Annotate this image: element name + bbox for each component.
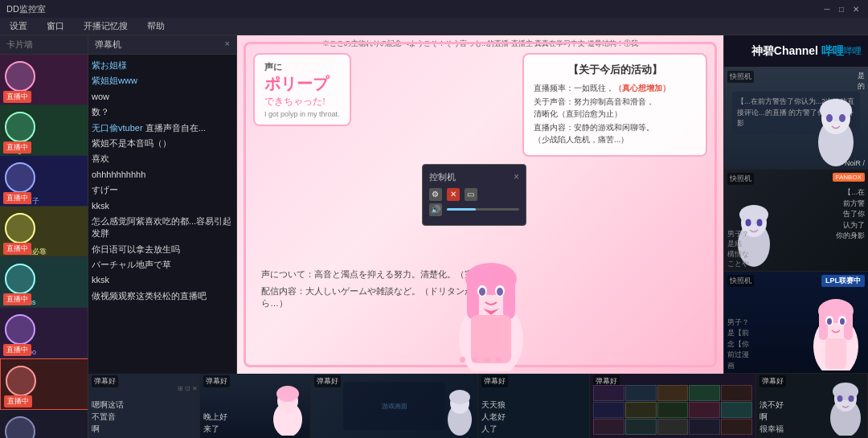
menu-settings[interactable]: 设置 bbox=[6, 18, 31, 34]
minimize-icon[interactable]: ▭ bbox=[465, 188, 477, 201]
b1-text: 嗯啊这话不置音啊 bbox=[92, 399, 124, 435]
sidebar: 卡片墙 YUKIr... 直播中 果汁grR 直播中 花洛果栗 bbox=[0, 35, 88, 438]
menu-stream[interactable]: 开播记忆搜 bbox=[80, 18, 131, 34]
rs1-name: NoiR / bbox=[845, 159, 865, 167]
svg-point-41 bbox=[849, 395, 854, 402]
live-badge-6: 直播中 bbox=[4, 395, 32, 407]
svg-rect-3 bbox=[467, 279, 479, 319]
maximize-button[interactable]: □ bbox=[836, 3, 847, 14]
svg-rect-30 bbox=[825, 338, 846, 369]
stream-title-box: 声に ポリープ できちゃった! I got polyp in my throat… bbox=[253, 53, 351, 126]
b2-character bbox=[270, 383, 306, 438]
rs2-side-chat: 男子？是結構情なことや bbox=[727, 229, 749, 269]
svg-point-15 bbox=[839, 114, 845, 122]
stream-title-main: ポリープ bbox=[264, 73, 340, 95]
svg-rect-25 bbox=[844, 311, 853, 340]
rs3-character bbox=[808, 290, 864, 373]
menu-bar: 设置 窗口 开播记忆搜 帮助 bbox=[0, 18, 868, 35]
right-stream-2[interactable]: 快照机 FANBOX 【...在前方警告了你认为了你的身影 bbox=[724, 170, 868, 272]
bottom-stream-6[interactable]: 弹幕好 淡不好啊很幸福 bbox=[756, 374, 868, 438]
chat-message: 紫姐不是本音吗（） bbox=[92, 136, 233, 151]
sidebar-item-0[interactable]: YUKIr... 直播中 bbox=[0, 55, 88, 105]
chat-message: ohhhhhhhhhh bbox=[92, 167, 233, 182]
window-controls: ─ □ ✕ bbox=[821, 3, 862, 14]
svg-point-29 bbox=[840, 318, 845, 325]
sidebar-item-6[interactable]: b!Official 直播中 bbox=[0, 358, 88, 410]
bottom-stream-1[interactable]: 弹幕好 ⊞⊡✕ 嗯啊这话不置音啊 bbox=[88, 374, 200, 438]
modal-close-button[interactable]: × bbox=[514, 171, 519, 183]
chat-messages[interactable]: 紫お姐様 紫姐姐www wow 数？ 无口偷vtuber 直播声音自在... 紫… bbox=[88, 55, 236, 374]
sidebar-item-2[interactable]: 花洛果栗子 直播中 bbox=[0, 156, 88, 207]
b2-text: 晚上好来了 bbox=[203, 411, 227, 435]
chat-message: kksk bbox=[92, 272, 233, 288]
chat-message: すげー bbox=[92, 182, 233, 198]
b6-character bbox=[825, 379, 866, 438]
sidebar-item-7[interactable]: ら第3Official bbox=[0, 410, 88, 438]
svg-point-18 bbox=[739, 205, 768, 224]
chat-message: 无口偷vtuber 直播声音自在... bbox=[92, 121, 233, 136]
b6-label: 弹幕好 bbox=[760, 375, 786, 387]
svg-point-36 bbox=[449, 390, 470, 404]
stream-info-box: 【关于今后的活动】 直播频率：一如既往，（真心想增加） 关于声音：努力抑制高音和… bbox=[522, 53, 707, 157]
menu-help[interactable]: 帮助 bbox=[144, 18, 168, 34]
sidebar-item-3[interactable]: 吃肉包的必靠 直播中 bbox=[0, 207, 88, 257]
rs3-label: 快照机 bbox=[727, 275, 754, 287]
svg-rect-9 bbox=[471, 315, 511, 363]
live-badge-4: 直播中 bbox=[3, 293, 31, 305]
bottom-stream-4[interactable]: 弹幕好 天天狼人老好人了 bbox=[478, 374, 590, 438]
menu-window[interactable]: 窗口 bbox=[43, 18, 68, 34]
minimize-button[interactable]: ─ bbox=[821, 3, 833, 14]
decorative-dots bbox=[237, 357, 723, 362]
chat-message: 做视频观察这类轻松的直播吧 bbox=[92, 289, 233, 304]
stream-info-freq: 直播频率：一如既往，（真心想增加） bbox=[534, 82, 696, 94]
svg-point-20 bbox=[757, 219, 763, 227]
bottom-stream-2[interactable]: 弹幕好 晚上好来了 bbox=[200, 374, 312, 438]
chat-message: 你日语可以拿去放生吗 bbox=[92, 242, 233, 257]
fanbox-badge: FANBOX bbox=[833, 173, 865, 182]
sidebar-item-4[interactable]: 星星Sirius 直播中 bbox=[0, 257, 88, 308]
svg-rect-24 bbox=[819, 311, 828, 340]
stream-info-voice: 关于声音：努力抑制高音和滑音，清晰化（直到治愈为止） bbox=[534, 96, 696, 120]
chat-message: wow bbox=[92, 89, 233, 104]
bottom-section: 弹幕好 ⊞⊡✕ 嗯啊这话不置音啊 弹幕好 晚上好来了 bbox=[88, 374, 868, 438]
main-stream[interactable]: ※ここの主物れりの記念へようこそ！そう言っも...的直播 直播主 真真在学习中文… bbox=[237, 35, 723, 374]
chat-panel-close[interactable]: × bbox=[225, 39, 230, 51]
rs3-side-chat: 男子？是【前念【你前过漫画 bbox=[727, 317, 749, 372]
svg-point-14 bbox=[826, 114, 833, 122]
b2-label: 弹幕好 bbox=[203, 375, 230, 387]
title-bar-left: DD监控室 bbox=[6, 3, 46, 15]
sidebar-item-5[interactable]: Nekondoo 直播中 bbox=[0, 308, 88, 358]
bottom-stream-5[interactable]: 弹幕好 bbox=[590, 374, 757, 438]
svg-point-13 bbox=[820, 99, 852, 121]
right-stream-1[interactable]: 【...在前方警告了你认为...2次约的直接评论...的直播 的方警了你你们的身… bbox=[724, 68, 868, 170]
b4-label: 弹幕好 bbox=[481, 375, 508, 387]
svg-point-39 bbox=[833, 383, 858, 400]
volume-icon[interactable]: 🔊 bbox=[429, 203, 442, 216]
svg-point-8 bbox=[497, 288, 503, 296]
content-area: 卡片墙 YUKIr... 直播中 果汁grR 直播中 花洛果栗 bbox=[0, 35, 868, 438]
main-content: 弹幕机 × 紫お姐様 紫姐姐www wow 数？ 无口偷vtuber 直播声音自… bbox=[88, 35, 868, 438]
chat-panel-header: 弹幕机 × bbox=[88, 35, 236, 55]
volume-slider[interactable] bbox=[447, 208, 519, 211]
app-window: DD监控室 ─ □ ✕ 设置 窗口 开播记忆搜 帮助 卡片墙 YUKIr... … bbox=[0, 0, 868, 438]
right-stream-3[interactable]: 快照机 LPL联赛中 bbox=[724, 272, 868, 374]
chat-message: 喜欢 bbox=[92, 151, 233, 166]
chat-message: kksk bbox=[92, 199, 233, 214]
channel-text: 神碧Channel bbox=[751, 44, 818, 59]
close-button[interactable]: ✕ bbox=[850, 3, 862, 14]
chat-message: バーチャル地声で草 bbox=[92, 257, 233, 272]
bottom-stream-3[interactable]: 弹幕好 游戏画面 bbox=[311, 374, 478, 438]
chat-message: 紫姐姐www bbox=[92, 73, 233, 88]
live-badge-2: 直播中 bbox=[3, 192, 31, 204]
b3-character bbox=[444, 387, 476, 438]
lpl-badge: LPL联赛中 bbox=[821, 275, 865, 287]
play-icon[interactable]: ⚙ bbox=[429, 188, 442, 201]
sidebar-item-1[interactable]: 果汁grR 直播中 bbox=[0, 105, 88, 156]
chat-message: 怎么感觉阿紫喜欢吃的都...容易引起发胖 bbox=[92, 214, 233, 242]
chat-panel-title: 弹幕机 bbox=[95, 39, 121, 51]
bilibili-logo-2: 哔哩 bbox=[844, 45, 862, 57]
svg-rect-4 bbox=[503, 279, 515, 319]
stop-icon[interactable]: ✕ bbox=[447, 188, 460, 201]
main-area: 弹幕机 × 紫お姐様 紫姐姐www wow 数？ 无口偷vtuber 直播声音自… bbox=[88, 35, 868, 374]
anime-character bbox=[439, 235, 543, 374]
